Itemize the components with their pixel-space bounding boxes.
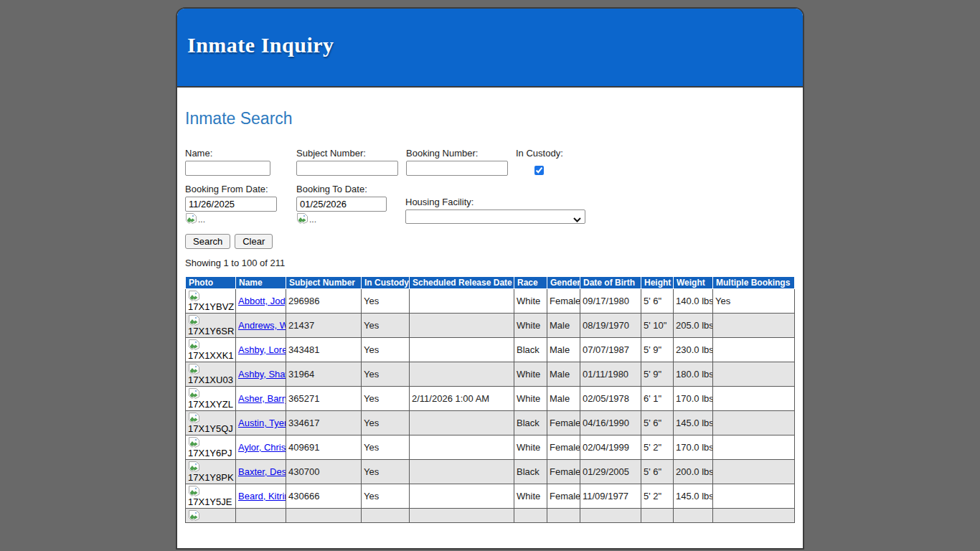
cell-name [236,509,286,523]
inmate-name-link[interactable]: Aylor, Christina Lee [238,442,286,453]
broken-image-icon [188,387,200,400]
broken-image-icon [185,212,197,225]
table-row: 17X1XXK1 Ashby, Lorene David 343481 Yes … [186,338,795,362]
cell-gender: Female [547,460,580,484]
photo-alt-text: 17X1XXK1 [188,351,233,361]
cell-date-of-birth: 07/07/1987 [580,338,641,362]
inmate-table: PhotoNameSubject NumberIn CustodySchedul… [185,276,795,523]
cell-height: 5' 6" [641,411,674,435]
cell-height: 5' 2" [641,435,674,460]
cell-scheduled-release-date [410,338,514,362]
app-window: Inmate Inquiry Inmate Search Name: Subje… [176,7,804,550]
in-custody-checkbox[interactable] [534,166,544,175]
cell-subject-number: 31964 [286,362,362,387]
name-field-group: Name: [185,148,296,176]
cell-race: Black [514,411,547,435]
cell-race: Black [514,338,547,362]
table-row: 17X1YBVZ Abbott, Jody Lyn 296986 Yes Whi… [186,289,795,314]
cell-scheduled-release-date [410,435,514,460]
cell-race: Black [514,460,547,484]
cell-race [514,509,547,523]
calendar-picker-to[interactable]: ... [296,212,325,225]
table-row: 17X1XYZL Asher, Barry Scott 365271 Yes 2… [186,387,795,411]
table-row: 17X1Y8PK Baxter, Destiny 430700 Yes Blac… [186,460,795,484]
cell-race: White [514,484,547,509]
inmate-name-link[interactable]: Austin, Tyeria Nechelle [238,418,286,428]
table-header-row: PhotoNameSubject NumberIn CustodySchedul… [186,277,795,289]
cell-scheduled-release-date [410,411,514,435]
cell-date-of-birth: 02/04/1999 [580,435,641,460]
photo-alt-text: 17X1Y6PJ [188,448,233,458]
subject-number-field-group: Subject Number: [296,148,406,176]
cell-multiple-bookings [713,362,795,387]
inmate-name-link[interactable]: Andrews, William Darrell [238,320,286,331]
cell-subject-number: 21437 [286,314,362,338]
cell-weight: 205.0 lbs [674,314,713,338]
cell-scheduled-release-date [410,509,514,523]
broken-image-icon [188,290,200,302]
cell-scheduled-release-date: 2/11/2026 1:00 AM [410,387,514,411]
photo-alt-text: 17X1Y5JE [188,497,233,507]
broken-image-icon [188,412,200,424]
cell-scheduled-release-date [410,314,514,338]
calendar-alt-text: ... [309,215,316,225]
cell-weight [674,509,713,523]
cell-photo: 17X1XU03 [186,362,236,387]
cell-date-of-birth: 09/17/1980 [580,289,641,314]
cell-multiple-bookings [713,435,795,460]
cell-photo: 17X1Y5JE [186,484,236,509]
cell-weight: 140.0 lbs [674,289,713,314]
column-header-name: Name [236,277,286,289]
search-button[interactable]: Search [185,234,230,249]
inmate-name-link[interactable]: Asher, Barry Scott [238,393,286,404]
cell-scheduled-release-date [410,362,514,387]
cell-name: Andrews, William Darrell [236,314,286,338]
subject-number-input[interactable] [296,161,398,176]
column-header-weight: Weight [674,277,713,289]
cell-gender: Female [547,435,580,460]
cell-in-custody: Yes [362,338,410,362]
cell-photo: 17X1XXK1 [186,338,236,362]
table-row: 17X1XU03 Ashby, Shawn Eugene 31964 Yes W… [186,362,795,387]
cell-gender: Male [547,362,580,387]
cell-scheduled-release-date [410,289,514,314]
cell-in-custody: Yes [362,362,410,387]
housing-facility-select[interactable] [405,209,585,224]
booking-from-input[interactable] [185,197,277,212]
booking-number-input[interactable] [406,161,508,176]
table-row [186,509,795,523]
broken-image-icon [188,314,200,326]
cell-name: Asher, Barry Scott [236,387,286,411]
photo-alt-text: 17X1XYZL [188,400,233,410]
cell-height: 5' 10" [641,314,674,338]
in-custody-label: In Custody: [516,148,580,159]
broken-image-icon [188,461,200,473]
cell-date-of-birth: 08/19/1970 [580,314,641,338]
inmate-name-link[interactable]: Ashby, Lorene David [238,344,286,355]
housing-facility-label: Housing Facility: [405,197,585,207]
table-row: 17X1Y6SR Andrews, William Darrell 21437 … [186,314,795,338]
cell-height: 5' 9" [641,362,674,387]
inmate-name-link[interactable]: Ashby, Shawn Eugene [238,369,286,380]
cell-date-of-birth: 02/05/1978 [580,387,641,411]
booking-to-input[interactable] [296,197,387,212]
page-header: Inmate Inquiry [177,9,803,88]
cell-scheduled-release-date [410,460,514,484]
cell-height: 5' 6" [641,460,674,484]
cell-scheduled-release-date [410,484,514,509]
inmate-name-link[interactable]: Abbott, Jody Lyn [238,296,286,306]
in-custody-field-group: In Custody: [516,148,580,177]
name-input[interactable] [185,161,270,176]
cell-multiple-bookings: Yes [713,289,795,314]
cell-photo: 17X1Y5QJ [186,411,236,435]
inmate-name-link[interactable]: Baxter, Destiny [238,466,286,477]
search-heading: Inmate Search [185,109,795,128]
cell-subject-number: 409691 [286,435,362,460]
booking-to-field-group: Booking To Date: ... [296,184,405,225]
inmate-name-link[interactable]: Beard, Kitrina Kathleen [238,491,286,501]
cell-in-custody: Yes [362,435,410,460]
calendar-picker-from[interactable]: ... [185,212,214,225]
clear-button[interactable]: Clear [235,234,273,249]
cell-photo [186,509,236,523]
cell-in-custody: Yes [362,289,410,314]
